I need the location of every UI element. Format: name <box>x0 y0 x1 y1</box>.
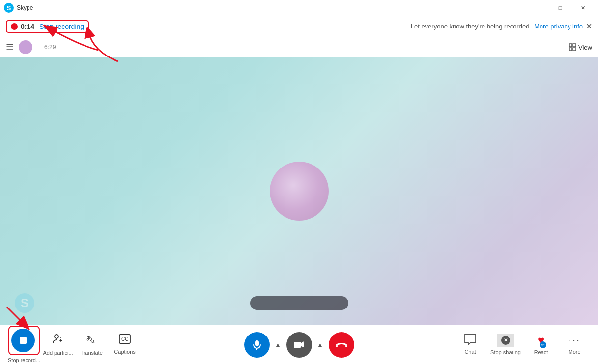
svg-rect-18 <box>336 345 338 347</box>
svg-point-10 <box>60 337 61 338</box>
svg-text:S: S <box>7 4 11 12</box>
add-participants-button[interactable]: Add partici... <box>42 329 74 361</box>
skype-watermark: S <box>15 293 34 315</box>
view-label: View <box>578 44 592 51</box>
call-info-bar: ☰ 6:29 View <box>0 37 598 57</box>
react-label: React <box>534 349 548 356</box>
bottom-toolbar: Stop record... Add partici... あ a <box>0 325 598 364</box>
react-button[interactable]: ♥ ✏ React <box>525 329 557 361</box>
translate-icon: あ a <box>85 333 97 348</box>
svg-rect-3 <box>573 44 576 47</box>
stop-sharing-label: Stop sharing <box>490 349 521 356</box>
close-button[interactable]: ✕ <box>571 0 594 16</box>
more-label: More <box>568 349 580 355</box>
add-participants-label: Add partici... <box>43 350 73 356</box>
svg-rect-19 <box>345 345 347 347</box>
video-center-circle <box>270 162 329 221</box>
cam-caret-button[interactable]: ▲ <box>315 332 326 358</box>
main-video-area: S <box>0 57 598 325</box>
microphone-button[interactable] <box>244 332 270 358</box>
camera-button[interactable] <box>286 332 312 358</box>
stop-icon <box>20 337 27 344</box>
grid-icon <box>569 43 576 51</box>
svg-text:a: a <box>91 338 95 344</box>
recording-timer: 0:14 <box>21 23 34 30</box>
more-button[interactable]: ··· More <box>559 329 590 361</box>
chat-icon <box>464 334 477 347</box>
captions-button[interactable]: CC Captions <box>109 329 141 361</box>
menu-icon[interactable]: ☰ <box>6 42 14 53</box>
stop-sharing-button[interactable]: ✕ Stop sharing <box>488 329 523 361</box>
camera-icon <box>294 341 305 349</box>
svg-rect-2 <box>569 44 572 47</box>
privacy-link[interactable]: More privacy info <box>534 23 583 30</box>
svg-text:S: S <box>21 296 28 309</box>
microphone-icon <box>252 339 262 350</box>
react-icon-container: ♥ ✏ <box>538 334 544 347</box>
stop-recording-label: Stop record... <box>8 357 40 364</box>
captions-label: Captions <box>114 349 135 355</box>
toolbar-center-controls: ▲ ▲ <box>244 332 354 358</box>
svg-rect-5 <box>573 48 576 51</box>
privacy-text: Let everyone know they're being recorded… <box>411 23 531 30</box>
captions-icon: CC <box>119 334 131 347</box>
view-button[interactable]: View <box>569 43 592 51</box>
minimize-button[interactable]: ─ <box>526 0 549 16</box>
recording-dot-icon <box>11 23 18 30</box>
translate-label: Translate <box>80 350 102 356</box>
privacy-close-button[interactable]: ✕ <box>586 22 592 31</box>
maximize-button[interactable]: □ <box>549 0 571 16</box>
app-title: Skype <box>17 4 526 11</box>
recording-indicator-box: 0:14 Stop recording <box>6 20 89 33</box>
video-name-bar <box>250 296 348 310</box>
toolbar-left: Stop record... Add partici... あ a <box>8 326 455 364</box>
svg-point-9 <box>55 335 58 338</box>
end-call-icon <box>336 342 347 348</box>
toolbar-right: Chat ✕ Stop sharing ♥ ✏ React ··· More <box>455 329 590 361</box>
recording-bar: 0:14 Stop recording Let everyone know th… <box>0 16 598 37</box>
svg-text:CC: CC <box>121 336 128 342</box>
mic-caret-button[interactable]: ▲ <box>273 332 284 358</box>
privacy-notice: Let everyone know they're being recorded… <box>411 22 592 31</box>
stop-recording-button[interactable]: Stop recording <box>39 23 84 30</box>
skype-logo-icon: S <box>4 3 14 13</box>
call-duration: 6:29 <box>44 44 56 51</box>
add-participants-icon <box>52 333 64 348</box>
chat-label: Chat <box>464 349 476 355</box>
stop-recording-active-button[interactable] <box>11 329 35 352</box>
stop-sharing-x-icon: ✕ <box>501 336 510 345</box>
more-icon: ··· <box>569 334 580 347</box>
svg-rect-15 <box>255 340 259 346</box>
stop-sharing-icon: ✕ <box>497 334 514 347</box>
title-bar: S Skype ─ □ ✕ <box>0 0 598 16</box>
translate-button[interactable]: あ a Translate <box>76 329 107 361</box>
svg-rect-4 <box>569 48 572 51</box>
caller-avatar <box>19 40 32 54</box>
window-controls: ─ □ ✕ <box>526 0 594 16</box>
end-call-button[interactable] <box>329 332 354 358</box>
react-edit-icon: ✏ <box>540 341 546 348</box>
chat-button[interactable]: Chat <box>455 329 486 361</box>
